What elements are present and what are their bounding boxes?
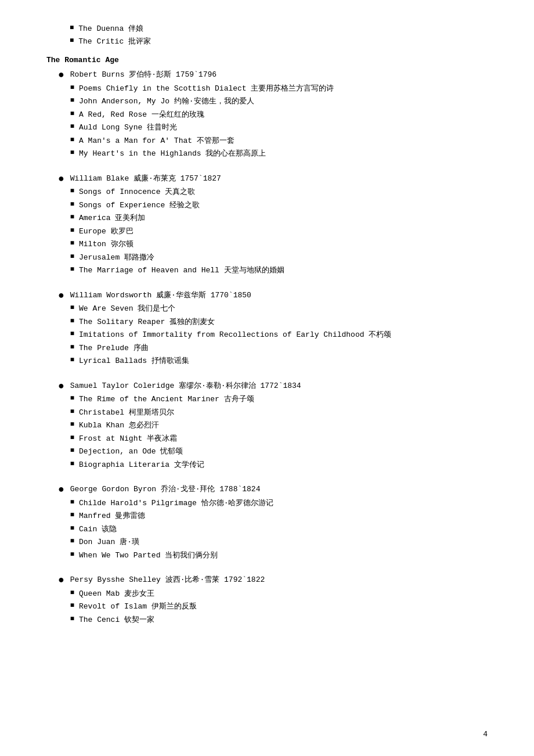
bullet-icon: ■ [70, 420, 74, 429]
author-container: Persy Bysshe Shelley 波西·比希·雪莱 1792`1822■… [70, 574, 265, 627]
bullet-icon: ■ [70, 24, 74, 32]
bullet-icon: ■ [70, 498, 74, 506]
author-container: George Gordon Byron 乔治·戈登·拜伦 1788`1824■C… [70, 484, 274, 563]
bullet-icon: ● [58, 173, 64, 186]
spacer [58, 476, 488, 480]
list-item: ■Cain 该隐 [70, 524, 274, 535]
list-item: ■We Are Seven 我们是七个 [70, 303, 391, 315]
item-text: The Duenna 伴娘 [78, 23, 143, 34]
spacer [58, 372, 488, 377]
work-text: Queen Mab 麦步女王 [79, 588, 154, 600]
item-text: The Critic 批评家 [78, 36, 151, 46]
bullet-icon: ■ [70, 408, 74, 416]
works-list: ■Songs of Innocence 天真之歌■Songs of Experi… [70, 186, 284, 276]
work-text: Cain 该隐 [79, 524, 117, 535]
list-item: ■A Red, Red Rose 一朵红红的玫瑰 [70, 109, 334, 121]
work-text: The Marriage of Heaven and Hell 天堂与地狱的婚姻 [79, 265, 284, 276]
work-text: Europe 欧罗巴 [79, 226, 134, 237]
author-container: William Blake 威廉·布莱克 1757`1827■Songs of … [70, 173, 284, 278]
bullet-icon: ■ [70, 317, 74, 325]
section-title: The Romantic Age [46, 56, 488, 64]
work-text: We Are Seven 我们是七个 [79, 303, 175, 315]
bullet-icon: ■ [70, 213, 74, 221]
bullet-icon: ■ [70, 537, 74, 545]
list-item: ■John Anderson, My Jo 约翰·安德生，我的爱人 [70, 96, 334, 107]
author-name: William Blake 威廉·布莱克 1757`1827 [70, 173, 284, 185]
bullet-icon: ■ [70, 226, 74, 235]
work-text: A Red, Red Rose 一朵红红的玫瑰 [79, 109, 204, 121]
authors-list: ●Robert Burns 罗伯特·彭斯 1759`1796■Poems Chi… [46, 69, 488, 635]
bullet-icon: ● [58, 290, 64, 303]
list-item: ■ The Duenna 伴娘 [70, 23, 488, 34]
work-text: When We Two Parted 当初我们俩分别 [79, 550, 218, 561]
spacer [58, 566, 488, 571]
list-item: ■The Solitary Reaper 孤独的割麦女 [70, 316, 391, 328]
bullet-icon: ● [58, 484, 64, 496]
spacer [58, 282, 488, 286]
list-item: ■The Prelude 序曲 [70, 343, 391, 354]
work-text: Don Juan 唐·璜 [79, 537, 139, 548]
page-number: 4 [483, 730, 488, 739]
work-text: Imitations of Immortality from Recollect… [79, 329, 391, 341]
work-text: Auld Long Syne 往昔时光 [79, 122, 177, 134]
work-text: Frost at Night 半夜冰霜 [79, 433, 177, 445]
bullet-icon: ■ [70, 356, 74, 364]
list-item: ■Manfred 曼弗雷德 [70, 510, 274, 522]
author-item: ●Persy Bysshe Shelley 波西·比希·雪莱 1792`1822… [58, 574, 488, 627]
work-text: Jerusalem 耶路撒冷 [79, 252, 154, 264]
list-item: ■Queen Mab 麦步女王 [70, 588, 265, 600]
list-item: ■America 亚美利加 [70, 213, 284, 224]
author-item: ●Robert Burns 罗伯特·彭斯 1759`1796■Poems Chi… [58, 69, 488, 161]
list-item: ■Poems Chiefly in the Scottish Dialect 主… [70, 83, 334, 95]
bullet-icon: ■ [70, 149, 74, 157]
works-list: ■Queen Mab 麦步女王■Revolt of Islam 伊斯兰的反叛■T… [70, 588, 265, 626]
bullet-icon: ■ [70, 37, 74, 45]
list-item: ■Lyrical Ballads 抒情歌谣集 [70, 355, 391, 367]
list-item: ■Frost at Night 半夜冰霜 [70, 433, 301, 445]
bullet-icon: ■ [70, 343, 74, 351]
work-text: Poems Chiefly in the Scottish Dialect 主要… [79, 83, 334, 95]
list-item: ■Milton 弥尔顿 [70, 239, 284, 250]
bullet-icon: ● [58, 69, 64, 82]
list-item: ■Songs of Innocence 天真之歌 [70, 186, 284, 198]
list-item: ■The Cenci 钦契一家 [70, 614, 265, 626]
work-text: The Prelude 序曲 [79, 343, 149, 354]
list-item: ■Auld Long Syne 往昔时光 [70, 122, 334, 134]
author-name: George Gordon Byron 乔治·戈登·拜伦 1788`1824 [70, 484, 274, 495]
bullet-icon: ■ [70, 511, 74, 519]
work-text: Songs of Innocence 天真之歌 [79, 186, 195, 198]
spacer [58, 631, 488, 635]
list-item: ■Kubla Khan 忽必烈汗 [70, 420, 301, 431]
work-text: Songs of Experience 经验之歌 [79, 200, 200, 211]
author-container: Samuel Taylor Coleridge 塞缪尔·泰勒·科尔律治 1772… [70, 380, 301, 473]
list-item: ■Songs of Experience 经验之歌 [70, 200, 284, 211]
intro-list: ■ The Duenna 伴娘 ■ The Critic 批评家 [46, 23, 488, 46]
work-text: The Solitary Reaper 孤独的割麦女 [79, 316, 215, 328]
list-item: ■Don Juan 唐·璜 [70, 537, 274, 548]
work-text: Revolt of Islam 伊斯兰的反叛 [79, 601, 197, 613]
work-text: Milton 弥尔顿 [79, 239, 134, 250]
bullet-icon: ■ [70, 96, 74, 105]
work-text: America 亚美利加 [79, 213, 145, 224]
bullet-icon: ■ [70, 589, 74, 597]
author-name: William Wordsworth 威廉·华兹华斯 1770`1850 [70, 290, 391, 301]
author-container: William Wordsworth 威廉·华兹华斯 1770`1850■We … [70, 290, 391, 369]
author-item: ●Samuel Taylor Coleridge 塞缪尔·泰勒·科尔律治 177… [58, 380, 488, 473]
bullet-icon: ■ [70, 330, 74, 338]
bullet-icon: ● [58, 574, 64, 587]
works-list: ■The Rime of the Ancient Mariner 古舟子颂■Ch… [70, 394, 301, 470]
bullet-icon: ■ [70, 602, 74, 610]
list-item: ■ The Critic 批评家 [70, 36, 488, 46]
works-list: ■Poems Chiefly in the Scottish Dialect 主… [70, 83, 334, 160]
bullet-icon: ■ [70, 460, 74, 468]
author-item: ●George Gordon Byron 乔治·戈登·拜伦 1788`1824■… [58, 484, 488, 563]
list-item: ■My Heart's in the Highlands 我的心在那高原上 [70, 148, 334, 160]
work-text: Biographia Literaria 文学传记 [79, 459, 204, 471]
bullet-icon: ■ [70, 136, 74, 144]
author-item: ●William Wordsworth 威廉·华兹华斯 1770`1850■We… [58, 290, 488, 369]
author-name: Samuel Taylor Coleridge 塞缪尔·泰勒·科尔律治 1772… [70, 380, 301, 392]
list-item: ■Dejection, an Ode 忧郁颂 [70, 446, 301, 458]
bullet-icon: ■ [70, 110, 74, 118]
bullet-icon: ■ [70, 615, 74, 623]
work-text: Childe Harold's Pilgrimage 恰尔德·哈罗德尔游记 [79, 498, 273, 509]
